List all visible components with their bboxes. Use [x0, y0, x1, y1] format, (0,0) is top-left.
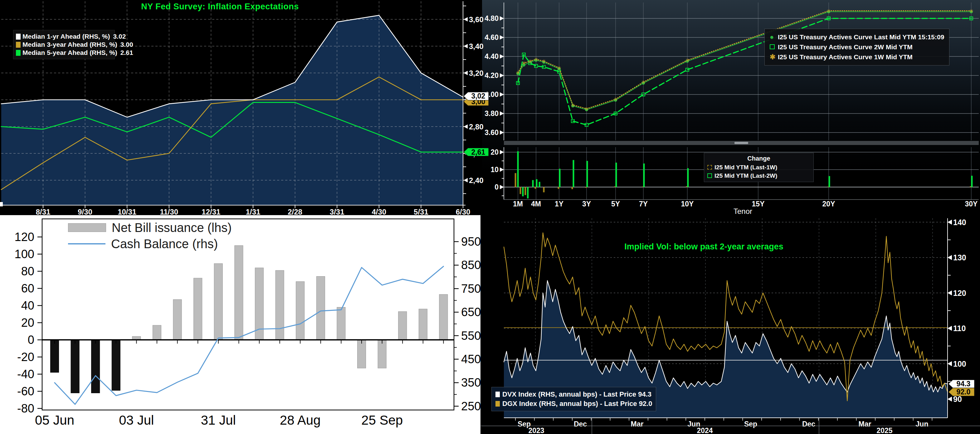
legend-item-last-1w[interactable]: I25 Mid YTM (Last-1W) [707, 163, 810, 171]
square-marker-icon [770, 43, 778, 51]
right-tick-label: 350 [461, 376, 481, 389]
marker-asterisk: ✳ [969, 8, 973, 14]
nyfed-legend: Median 1-yr Ahead (RHS, %) 3.02 Median 3… [13, 30, 115, 59]
legend-item-1yr[interactable]: Median 1-yr Ahead (RHS, %) 3.02 [16, 32, 111, 41]
tick-arrow-icon [500, 150, 504, 154]
y-tick-label: 100 [953, 360, 966, 368]
marker-asterisk: ✳ [641, 79, 645, 85]
month-label: Dec [574, 420, 587, 428]
left-tick-label: 100 [15, 247, 34, 261]
change-bar [615, 163, 617, 187]
change-bar [585, 187, 587, 188]
tenor-label: 3Y [582, 200, 591, 208]
blue-line-swatch [68, 243, 105, 244]
x-tick-label: 31 Jul [201, 413, 236, 428]
left-tick-label: 20 [21, 316, 34, 329]
legend-item-2w[interactable]: I25 US Treasury Actives Curve 2W Mid YTM [770, 42, 944, 52]
y-tick-label: 130 [953, 253, 966, 262]
left-tick-label: -60 [17, 385, 34, 398]
legend-item-3yr[interactable]: Median 3-year Ahead (RHS, %) 3.00 [16, 41, 111, 49]
right-tick-label: 850 [461, 258, 481, 272]
tick-arrow-icon [464, 44, 468, 48]
y-tick-label: 2,40 [469, 176, 484, 185]
change-bar [571, 187, 573, 189]
legend-item-dgx[interactable]: DGX Index (RHS, annual bps) - Last Price… [495, 399, 652, 409]
legend-item-bills[interactable]: Net Bill issuance (lhs) [68, 220, 232, 236]
left-tick-label: 80 [21, 265, 34, 278]
x-tick-label: 03 Jul [119, 413, 154, 428]
legend-label: Median 1-yr Ahead (RHS, %) [22, 33, 110, 40]
legend-label: I25 US Treasury Actives Curve 1W Mid YTM [778, 53, 913, 61]
x-tick-label: 12/31 [202, 207, 220, 216]
gold-square-icon [707, 165, 712, 169]
right-tick-label: 550 [461, 329, 481, 342]
legend-item-dvx[interactable]: DVX Index (RHS, annual bps) - Last Price… [495, 390, 652, 399]
tick-arrow-icon [948, 220, 952, 225]
issuance-bar [51, 340, 59, 372]
issuance-bar [153, 325, 161, 340]
legend-label: DGX Index (RHS, annual bps) - Last Price… [502, 400, 652, 408]
y-tick-label: 3,20 [469, 69, 484, 77]
marker-asterisk: ✳ [557, 65, 561, 71]
marker-asterisk: ✳ [827, 8, 830, 14]
panel-bill-issuance: 120100806040200-20-40-60-809508507506505… [0, 215, 480, 434]
legend-label: Net Bill issuance (lhs) [112, 221, 232, 235]
legend-item-5yr[interactable]: Median 5-year Ahead (RHS, %) 2.61 [16, 49, 111, 57]
right-tick-label: 450 [461, 353, 481, 366]
swatch-gold [495, 401, 500, 407]
year-label: 2023 [528, 426, 544, 434]
marker-asterisk: ✳ [571, 103, 575, 108]
x-tick-label: 8/31 [36, 207, 51, 216]
marker-asterisk: ✳ [542, 59, 546, 64]
panel-nyfed-inflation: 3,603,403,203,002,802,602,408/319/3010/3… [0, 0, 482, 215]
change-bar [971, 176, 972, 187]
legend-label: Median 3-year Ahead (RHS, %) [22, 41, 117, 48]
issuance-bar [439, 294, 448, 340]
y-tick-label: 110 [953, 324, 966, 333]
x-tick-label: 2/28 [288, 207, 302, 216]
tick-arrow-icon [948, 255, 952, 260]
swatch-gold [16, 42, 21, 48]
issuance-bar [419, 309, 427, 340]
swatch-white [495, 391, 500, 397]
change-bar [829, 176, 830, 187]
swatch-white [16, 34, 21, 40]
badge-label: 94.3 [956, 380, 970, 388]
tenor-label: 4M [531, 200, 541, 208]
change-legend-title: Change [707, 155, 810, 163]
tick-arrow-icon [948, 397, 952, 402]
issuance-bar [275, 270, 284, 340]
issuance-bar [398, 312, 407, 340]
legend-item-last[interactable]: ● I25 US Treasury Actives Curve Last Mid… [770, 32, 944, 42]
change-legend: Change I25 Mid YTM (Last-1W) I25 Mid YTM… [704, 153, 814, 182]
curve-legend: ● I25 US Treasury Actives Curve Last Mid… [764, 29, 950, 65]
tenor-label: 30Y [965, 200, 977, 208]
right-tick-label: 950 [461, 235, 481, 248]
marker-asterisk: ✳ [584, 106, 589, 112]
issuance-bar [112, 340, 120, 390]
x-tick-label: 28 Aug [280, 413, 321, 428]
legend-label: Median 5-year Ahead (RHS, %) [22, 49, 117, 56]
badge-label: 3,02 [471, 92, 485, 100]
y-tick-label: 120 [953, 289, 966, 298]
legend-label: I25 US Treasury Actives Curve 2W Mid YTM [778, 43, 913, 51]
marker-asterisk: ✳ [522, 60, 526, 66]
tenor-label: 5Y [611, 200, 620, 208]
x-tick-label: 9/30 [78, 207, 92, 216]
y-tick-label: 20 [490, 148, 499, 156]
tenor-label: 1Y [555, 200, 563, 208]
legend-item-last-2w[interactable]: I25 Mid YTM (Last-2W) [707, 171, 810, 180]
left-tick-label: -40 [17, 367, 34, 381]
issuance-bar [194, 278, 202, 340]
change-bar [558, 187, 559, 189]
legend-item-1w[interactable]: ✱ I25 US Treasury Actives Curve 1W Mid Y… [770, 52, 944, 62]
marker-asterisk: ✳ [685, 58, 689, 63]
y-tick-label: 140 [953, 218, 966, 227]
legend-item-cash[interactable]: Cash Balance (rhs) [68, 236, 232, 252]
issuance-bar [173, 299, 181, 340]
change-bar [535, 187, 536, 189]
divider-grip[interactable] [735, 142, 748, 144]
tenor-label: 7Y [639, 200, 648, 208]
y-tick-label: 3,40 [469, 42, 484, 51]
marker-asterisk: ✳ [534, 57, 538, 62]
